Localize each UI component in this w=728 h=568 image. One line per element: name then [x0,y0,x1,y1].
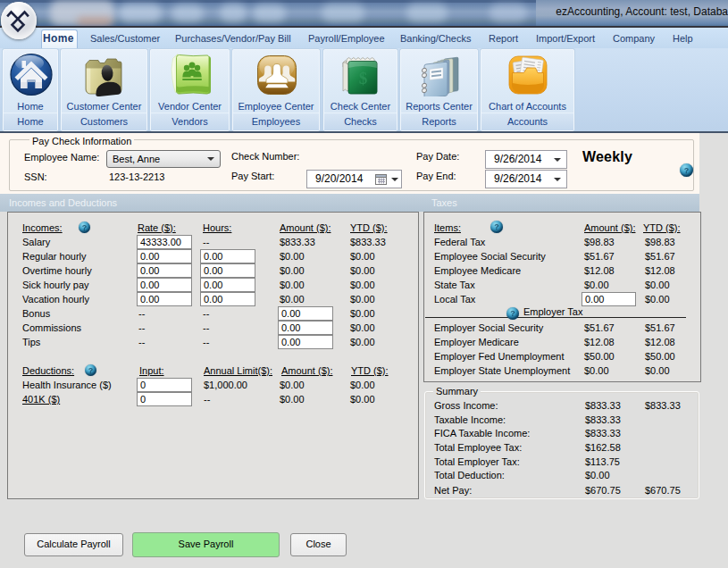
svg-text:$: $ [359,69,368,88]
